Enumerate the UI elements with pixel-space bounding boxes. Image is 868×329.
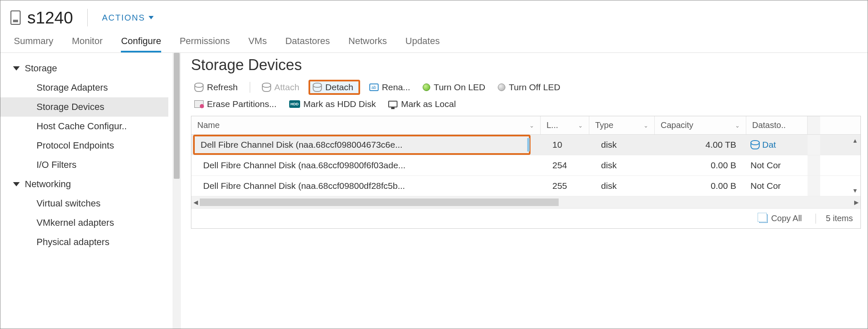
cell-type: disk: [589, 135, 655, 155]
main-panel: Storage Devices Refresh Attach Detach ab: [181, 53, 868, 329]
table-row[interactable]: Dell Fibre Channel Disk (naa.68ccf09800f…: [191, 155, 860, 176]
copy-all-label: Copy All: [771, 214, 802, 223]
header-bar: s1240 ACTIONS: [0, 0, 868, 30]
scroll-right-icon[interactable]: ▶: [852, 199, 860, 206]
col-header-capacity[interactable]: Capacity⌄: [655, 116, 746, 134]
cell-datastore[interactable]: Dat: [746, 135, 808, 155]
sidebar-scrollbar[interactable]: [173, 53, 181, 329]
scroll-thumb[interactable]: [200, 198, 559, 206]
mark-hdd-button[interactable]: HDD Mark as HDD Disk: [286, 97, 379, 111]
refresh-label: Refresh: [207, 82, 238, 92]
detach-button[interactable]: Detach: [309, 80, 360, 95]
col-capacity-label: Capacity: [661, 120, 693, 130]
cell-datastore: Not Cor: [746, 155, 808, 175]
tree-item[interactable]: Physical adapters: [0, 232, 168, 252]
table-row[interactable]: Dell Fibre Channel Disk (naa.68ccf09800d…: [191, 176, 860, 196]
tree-item[interactable]: Host Cache Configur..: [0, 117, 168, 136]
tree-item[interactable]: I/O Filters: [0, 155, 168, 175]
mark-hdd-label: Mark as HDD Disk: [303, 99, 376, 109]
tab-summary[interactable]: Summary: [14, 36, 53, 52]
copy-all-button[interactable]: Copy All: [756, 212, 805, 225]
col-header-name[interactable]: Name⌄: [191, 116, 541, 134]
panel-title: Storage Devices: [191, 56, 861, 74]
tab-monitor[interactable]: Monitor: [72, 36, 102, 52]
scroll-track[interactable]: [200, 198, 852, 206]
attach-button: Attach: [259, 81, 303, 94]
table-body: ▲ ▼ Dell Fibre Channel Disk (naa.68ccf09…: [191, 135, 860, 196]
tree-group-networking[interactable]: Networking: [0, 175, 181, 194]
tab-permissions[interactable]: Permissions: [180, 36, 230, 52]
table-row[interactable]: Dell Fibre Channel Disk (naa.68ccf098004…: [191, 135, 860, 155]
row-scroll-gutter: [808, 155, 820, 175]
scroll-up-icon[interactable]: ▲: [852, 137, 858, 144]
turn-off-led-button[interactable]: Turn Off LED: [494, 81, 564, 94]
erase-partitions-button[interactable]: Erase Partitions...: [191, 97, 280, 111]
col-header-lun[interactable]: L...⌄: [541, 116, 589, 134]
col-l-label: L...: [546, 120, 558, 130]
divider: [87, 9, 88, 26]
tab-datastores[interactable]: Datastores: [285, 36, 330, 52]
attach-label: Attach: [275, 82, 300, 92]
tabs: SummaryMonitorConfigurePermissionsVMsDat…: [0, 30, 868, 53]
sidebar: StorageStorage AdaptersStorage DevicesHo…: [0, 53, 181, 329]
datastore-icon: [750, 140, 760, 149]
erase-icon: [194, 100, 204, 108]
tree-item[interactable]: VMkernel adapters: [0, 213, 168, 232]
cell-datastore: Not Cor: [746, 176, 808, 196]
chevron-down-icon: [149, 16, 154, 19]
attach-icon: [262, 83, 271, 92]
sort-icon: ⌄: [735, 122, 740, 129]
cell-type: disk: [589, 155, 655, 175]
tree-item[interactable]: Virtual switches: [0, 194, 168, 213]
cell-name: Dell Fibre Channel Disk (naa.68ccf098004…: [191, 135, 541, 155]
tab-configure[interactable]: Configure: [121, 36, 161, 52]
col-header-type[interactable]: Type⌄: [589, 116, 655, 134]
mark-local-label: Mark as Local: [401, 99, 456, 109]
host-icon: [10, 10, 21, 25]
col-type-label: Type: [595, 120, 613, 130]
cell-lun: 10: [541, 135, 589, 155]
erase-label: Erase Partitions...: [207, 99, 277, 109]
detach-icon: [313, 83, 322, 92]
sort-icon: ⌄: [529, 122, 534, 129]
col-name-label: Name: [197, 120, 220, 130]
cell-lun: 255: [541, 176, 589, 196]
refresh-button[interactable]: Refresh: [191, 81, 241, 94]
scroll-down-icon[interactable]: ▼: [852, 187, 858, 194]
rename-label: Rena...: [382, 82, 410, 92]
detach-label: Detach: [325, 82, 353, 92]
host-name: s1240: [27, 8, 73, 27]
copy-icon: [759, 214, 768, 223]
cell-capacity: 0.00 B: [655, 176, 746, 196]
caret-down-icon: [13, 182, 20, 186]
led-green-icon: [423, 84, 430, 91]
cell-capacity: 0.00 B: [655, 155, 746, 175]
led-grey-icon: [498, 84, 505, 91]
rename-button[interactable]: ab Rena...: [366, 81, 414, 94]
caret-down-icon: [13, 66, 20, 70]
tree-item[interactable]: Storage Adapters: [0, 78, 168, 97]
sidebar-scroll-thumb[interactable]: [174, 53, 180, 179]
tree-group-storage[interactable]: Storage: [0, 59, 181, 78]
turn-off-led-label: Turn Off LED: [509, 82, 560, 92]
cell-name: Dell Fibre Channel Disk (naa.68ccf09800f…: [191, 155, 541, 175]
toolbar-row-1: Refresh Attach Detach ab Rena... Tur: [191, 80, 861, 95]
mark-local-button[interactable]: Mark as Local: [385, 97, 459, 111]
tab-networks[interactable]: Networks: [348, 36, 387, 52]
horizontal-scrollbar[interactable]: ◀ ▶: [191, 196, 860, 208]
tab-vms[interactable]: VMs: [248, 36, 267, 52]
tab-updates[interactable]: Updates: [405, 36, 440, 52]
col-header-datastore[interactable]: Datasto..: [746, 116, 808, 134]
cell-name: Dell Fibre Channel Disk (naa.68ccf09800d…: [191, 176, 541, 196]
refresh-icon: [194, 83, 204, 92]
scroll-left-icon[interactable]: ◀: [191, 199, 200, 206]
tree-item[interactable]: Storage Devices: [0, 97, 168, 117]
tree-item[interactable]: Protocol Endpoints: [0, 136, 168, 155]
body: StorageStorage AdaptersStorage DevicesHo…: [0, 53, 868, 329]
toolbar-row-2: Erase Partitions... HDD Mark as HDD Disk…: [191, 97, 861, 111]
cell-type: disk: [589, 176, 655, 196]
turn-on-led-button[interactable]: Turn On LED: [419, 81, 489, 94]
table-header: Name⌄ L...⌄ Type⌄ Capacity⌄ Datasto..: [191, 116, 860, 135]
col-datastore-label: Datasto..: [752, 120, 786, 130]
actions-menu[interactable]: ACTIONS: [102, 13, 154, 23]
